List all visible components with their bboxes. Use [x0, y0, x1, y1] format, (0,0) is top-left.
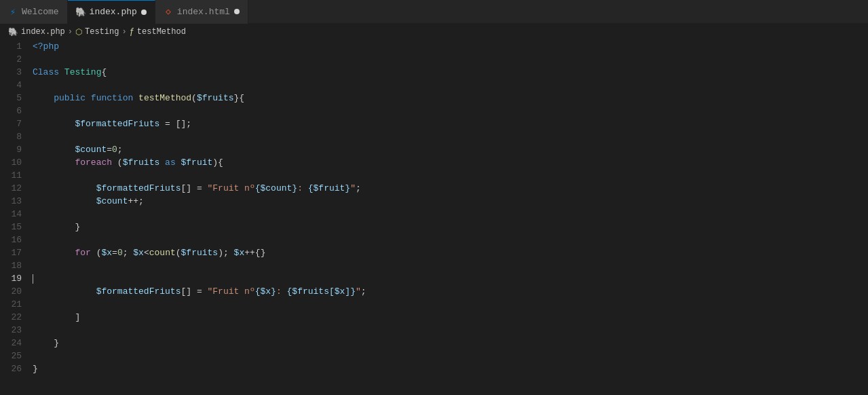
line-content: $count++; — [33, 195, 868, 208]
breadcrumb-class-label: Testing — [85, 27, 119, 37]
line-number: 15 — [0, 221, 33, 233]
table-row: 14 — [0, 208, 868, 221]
table-row: 12 $formattedFriuts[] = "Fruit nº{$count… — [0, 182, 868, 195]
breadcrumb-php-icon: 🐘 — [8, 27, 18, 37]
table-row: 5 public function testMethod($fruits}{ — [0, 92, 868, 105]
table-row: 21 — [0, 298, 868, 311]
line-number: 9 — [0, 143, 33, 156]
table-row: 20 $formattedFriuts[] = "Fruit nº{$x}: {… — [0, 285, 868, 298]
line-content: <?php — [33, 40, 868, 53]
line-content — [33, 169, 868, 182]
line-content: Class Testing{ — [33, 66, 868, 79]
line-content: $formattedFriuts[] = "Fruit nº{$count}: … — [33, 182, 868, 195]
line-content — [33, 259, 868, 272]
line-number: 10 — [0, 156, 33, 169]
breadcrumb-method[interactable]: ƒ testMethod — [130, 27, 186, 37]
tab-index-html-label: index.html — [177, 7, 230, 17]
table-row: 4 — [0, 79, 868, 92]
table-row: 15 } — [0, 221, 868, 233]
line-content: } — [33, 362, 868, 375]
line-number: 5 — [0, 92, 33, 105]
table-row: 11 — [0, 169, 868, 182]
breadcrumb-class[interactable]: ⬡ Testing — [75, 27, 119, 37]
table-row: 1<?php — [0, 40, 868, 53]
table-row: 7 $formattedFriuts = []; — [0, 117, 868, 130]
line-content — [33, 130, 868, 143]
line-content: $count=0; — [33, 143, 868, 156]
line-number: 17 — [0, 246, 33, 259]
line-content — [33, 350, 868, 362]
table-row: 23 — [0, 324, 868, 337]
breadcrumb-method-label: testMethod — [137, 27, 186, 37]
table-row: 24 } — [0, 337, 868, 350]
line-content — [33, 272, 868, 285]
table-row: 17 for ($x=0; $x<count($fruits); $x++{} — [0, 246, 868, 259]
line-content — [33, 53, 868, 66]
breadcrumb-class-icon: ⬡ — [75, 27, 82, 37]
breadcrumb: 🐘 index.php › ⬡ Testing › ƒ testMethod — [0, 24, 868, 40]
tab-index-html[interactable]: ◇ index.html — [155, 0, 248, 24]
table-row: 6 — [0, 105, 868, 117]
line-number: 14 — [0, 208, 33, 221]
table-row: 18 — [0, 259, 868, 272]
line-content — [33, 233, 868, 246]
line-number: 23 — [0, 324, 33, 337]
line-content: for ($x=0; $x<count($fruits); $x++{} — [33, 246, 868, 259]
line-number: 16 — [0, 233, 33, 246]
tab-modified-dot — [141, 10, 147, 15]
line-number: 19 — [0, 272, 33, 285]
text-cursor — [33, 274, 33, 284]
tab-welcome-label: Welcome — [22, 7, 59, 17]
table-row: 2 — [0, 53, 868, 66]
table-row: 8 — [0, 130, 868, 143]
table-row: 26} — [0, 362, 868, 375]
tab-index-php[interactable]: 🐘 index.php — [68, 0, 155, 24]
tab-index-php-label: index.php — [90, 7, 137, 17]
line-content — [33, 298, 868, 311]
table-row: 9 $count=0; — [0, 143, 868, 156]
line-content — [33, 324, 868, 337]
line-number: 20 — [0, 285, 33, 298]
line-content — [33, 79, 868, 92]
tab-welcome[interactable]: ⚡ Welcome — [0, 0, 68, 24]
vscode-icon: ⚡ — [8, 7, 18, 16]
line-content — [33, 105, 868, 117]
line-number: 25 — [0, 350, 33, 362]
breadcrumb-sep-1: › — [68, 27, 73, 37]
line-number: 11 — [0, 169, 33, 182]
tab-bar: ⚡ Welcome 🐘 index.php ◇ index.html — [0, 0, 868, 24]
table-row: 19 — [0, 272, 868, 285]
breadcrumb-file-label: index.php — [21, 27, 65, 37]
breadcrumb-method-icon: ƒ — [130, 27, 134, 37]
line-content: } — [33, 337, 868, 350]
php-icon: 🐘 — [76, 7, 86, 17]
line-content: } — [33, 221, 868, 233]
line-number: 26 — [0, 362, 33, 375]
table-row: 3Class Testing{ — [0, 66, 868, 79]
table-row: 25 — [0, 350, 868, 362]
line-number: 4 — [0, 79, 33, 92]
line-content: public function testMethod($fruits}{ — [33, 92, 868, 105]
line-number: 18 — [0, 259, 33, 272]
line-number: 12 — [0, 182, 33, 195]
table-row: 22 ] — [0, 311, 868, 324]
breadcrumb-file[interactable]: 🐘 index.php — [8, 27, 65, 37]
line-number: 13 — [0, 195, 33, 208]
table-row: 13 $count++; — [0, 195, 868, 208]
table-row: 16 — [0, 233, 868, 246]
line-number: 6 — [0, 105, 33, 117]
breadcrumb-sep-2: › — [121, 27, 126, 37]
html-icon: ◇ — [164, 7, 173, 16]
table-row: 10 foreach ($fruits as $fruit){ — [0, 156, 868, 169]
line-number: 2 — [0, 53, 33, 66]
line-number: 3 — [0, 66, 33, 79]
tab-html-modified-dot — [234, 9, 240, 14]
line-content: foreach ($fruits as $fruit){ — [33, 156, 868, 169]
line-number: 8 — [0, 130, 33, 143]
line-content — [33, 208, 868, 221]
line-content: $formattedFriuts = []; — [33, 117, 868, 130]
line-number: 22 — [0, 311, 33, 324]
line-number: 1 — [0, 40, 33, 53]
line-number: 7 — [0, 117, 33, 130]
editor-area[interactable]: 1<?php2 3Class Testing{4 5 public functi… — [0, 40, 868, 395]
